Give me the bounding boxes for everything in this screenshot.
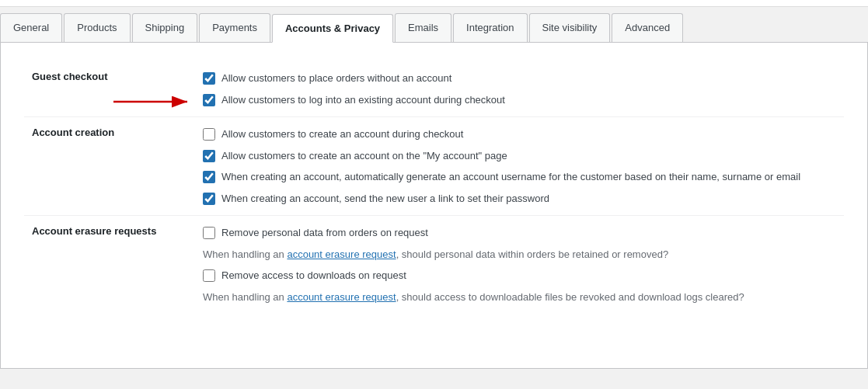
checkbox-wrap-send_password_link: When creating an account, send the new u…: [203, 191, 549, 207]
checkbox-label-auto_generate_username: When creating an account, automatically …: [221, 169, 800, 185]
option-row-allow_login_checkout: Allow customers to log into an existing …: [203, 92, 836, 108]
option-row-remove_downloads: Remove access to downloads on request: [203, 268, 836, 283]
checkbox-wrap-remove_personal_data: Remove personal data from orders on requ…: [203, 225, 428, 241]
hint-text-remove_downloads: When handling an account erasure request…: [203, 290, 836, 305]
checkbox-label-remove_personal_data: Remove personal data from orders on requ…: [221, 225, 428, 241]
checkbox-label-allow_login_checkout: Allow customers to log into an existing …: [221, 92, 505, 108]
option-row-create_during_checkout: Allow customers to create an account dur…: [203, 127, 836, 142]
option-row-auto_generate_username: When creating an account, automatically …: [203, 169, 836, 185]
tab-general[interactable]: General: [0, 13, 62, 42]
checkbox-create_my_account[interactable]: [203, 150, 215, 162]
option-row-create_my_account: Allow customers to create an account on …: [203, 148, 836, 164]
checkbox-remove_downloads[interactable]: [203, 269, 215, 282]
option-row-send_password_link: When creating an account, send the new u…: [203, 191, 836, 207]
tab-site-visibility[interactable]: Site visibility: [529, 13, 611, 42]
hint-text-remove_personal_data: When handling an account erasure request…: [203, 247, 836, 262]
checkbox-remove_personal_data[interactable]: [203, 227, 215, 239]
tabs-row: GeneralProductsShippingPaymentsAccounts …: [0, 7, 868, 43]
option-row-allow_place_orders: Allow customers to place orders without …: [203, 71, 836, 86]
section-label-guest_checkout: Guest checkout: [24, 61, 195, 117]
hint-link-remove_personal_data[interactable]: account erasure request: [287, 248, 396, 260]
checkbox-wrap-remove_downloads: Remove access to downloads on request: [203, 268, 406, 283]
tab-integration[interactable]: Integration: [453, 13, 527, 42]
checkbox-create_during_checkout[interactable]: [203, 128, 215, 141]
section-row-guest_checkout: Guest checkoutAllow customers to place o…: [24, 61, 844, 117]
option-row-remove_personal_data: Remove personal data from orders on requ…: [203, 225, 836, 241]
hint-link-remove_downloads[interactable]: account erasure request: [287, 291, 396, 303]
checkbox-allow_place_orders[interactable]: [203, 72, 215, 85]
checkbox-label-remove_downloads: Remove access to downloads on request: [221, 268, 406, 283]
tab-payments[interactable]: Payments: [199, 13, 270, 42]
checkbox-wrap-create_during_checkout: Allow customers to create an account dur…: [203, 127, 463, 142]
checkbox-wrap-allow_place_orders: Allow customers to place orders without …: [203, 71, 451, 86]
section-row-account_creation: Account creationAllow customers to creat…: [24, 117, 844, 216]
tab-products[interactable]: Products: [64, 13, 130, 42]
checkbox-allow_login_checkout[interactable]: [203, 94, 215, 106]
checkbox-send_password_link[interactable]: [203, 193, 215, 205]
checkbox-label-create_during_checkout: Allow customers to create an account dur…: [221, 127, 463, 142]
section-label-account_erasure: Account erasure requests: [24, 216, 195, 321]
checkbox-label-create_my_account: Allow customers to create an account on …: [221, 148, 507, 164]
top-bar: [0, 0, 868, 7]
section-options-account_erasure: Remove personal data from orders on requ…: [195, 216, 844, 321]
checkbox-wrap-create_my_account: Allow customers to create an account on …: [203, 148, 507, 164]
content-area: Guest checkoutAllow customers to place o…: [0, 43, 868, 369]
section-options-guest_checkout: Allow customers to place orders without …: [195, 61, 844, 117]
section-options-account_creation: Allow customers to create an account dur…: [195, 117, 844, 216]
tab-emails[interactable]: Emails: [395, 13, 451, 42]
checkbox-auto_generate_username[interactable]: [203, 171, 215, 183]
checkbox-label-allow_place_orders: Allow customers to place orders without …: [221, 71, 451, 86]
section-row-account_erasure: Account erasure requestsRemove personal …: [24, 216, 844, 321]
settings-table: Guest checkoutAllow customers to place o…: [24, 61, 844, 320]
tab-advanced[interactable]: Advanced: [612, 13, 683, 42]
checkbox-label-send_password_link: When creating an account, send the new u…: [221, 191, 549, 207]
tab-shipping[interactable]: Shipping: [132, 13, 198, 42]
checkbox-wrap-auto_generate_username: When creating an account, automatically …: [203, 169, 800, 185]
checkbox-wrap-allow_login_checkout: Allow customers to log into an existing …: [203, 92, 505, 108]
section-label-account_creation: Account creation: [24, 117, 195, 216]
tab-accounts-privacy[interactable]: Accounts & Privacy: [272, 14, 393, 43]
